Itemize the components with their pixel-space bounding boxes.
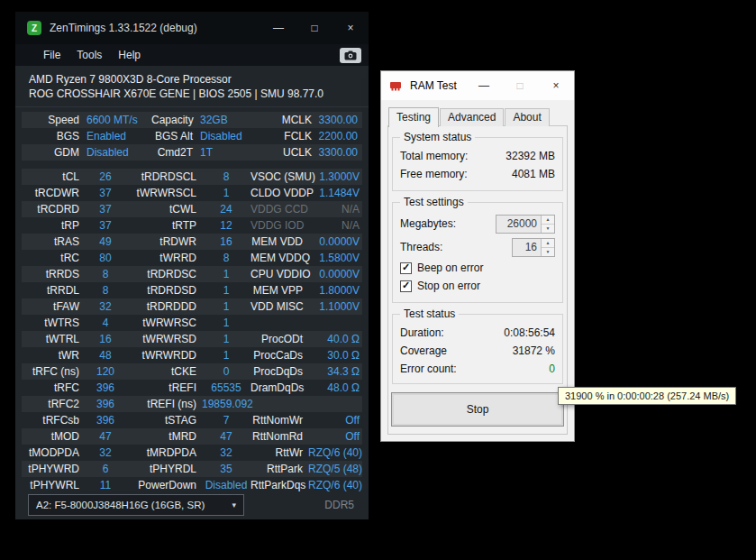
- timing-value: 0.0000V: [308, 266, 362, 282]
- timing-value: Off: [308, 428, 362, 445]
- megabytes-input[interactable]: 26000 ▲ ▼: [496, 215, 555, 234]
- minimize-button[interactable]: —: [260, 12, 296, 44]
- timing-value: 0: [202, 363, 250, 380]
- spin-up-icon[interactable]: ▲: [542, 216, 554, 224]
- timing-value: RZQ/6 (40): [308, 445, 362, 461]
- timing-value: 48.0 Ω: [308, 380, 362, 396]
- dimm-selector[interactable]: A2: F5-8000J3848H16G (16GB, SR) ▾: [28, 494, 244, 516]
- timing-value: 1.3000V: [308, 169, 362, 185]
- timing-value: RZQ/6 (40): [308, 477, 362, 493]
- tab-testing[interactable]: Testing: [388, 107, 439, 127]
- zentimings-content: Speed6600 MT/sCapacity32GBMCLK3300.00BGS…: [15, 112, 369, 493]
- timing-value: 1: [202, 282, 250, 298]
- timing-value: 396: [85, 380, 126, 396]
- config-value: Disabled: [85, 144, 151, 161]
- timing-value: 1.5800V: [308, 250, 362, 266]
- timing-label: MEM VPP: [250, 282, 308, 298]
- config-value: 1T: [198, 144, 281, 161]
- free-memory-value: 4081 MB: [512, 168, 555, 180]
- error-count-value: 0: [549, 363, 555, 375]
- check-mark-icon: ✓: [402, 280, 410, 290]
- minimize-button[interactable]: —: [466, 71, 502, 100]
- menu-file[interactable]: File: [35, 49, 68, 61]
- config-value: 3300.00: [317, 112, 360, 128]
- beep-on-error-checkbox[interactable]: ✓ Beep on error: [393, 259, 562, 277]
- stop-on-error-checkbox[interactable]: ✓ Stop on error: [393, 277, 562, 295]
- zentimings-window-controls: — □ ×: [260, 12, 369, 44]
- timing-label: tRFC: [22, 380, 85, 396]
- timing-label: DramDqDs: [250, 380, 308, 396]
- system-status-group: System status Total memory: 32392 MB Fre…: [392, 137, 563, 191]
- megabytes-row: Megabytes: 26000 ▲ ▼: [393, 212, 562, 235]
- timing-value: 1.8000V: [308, 282, 362, 298]
- menu-tools[interactable]: Tools: [68, 49, 110, 61]
- config-label: BGS Alt: [151, 128, 198, 144]
- config-value: Enabled: [85, 128, 151, 144]
- menu-help[interactable]: Help: [110, 49, 149, 61]
- threads-value: 16: [513, 239, 541, 256]
- timing-label: ProcDqDs: [250, 363, 308, 380]
- config-value: 6600 MT/s: [85, 112, 151, 128]
- close-button[interactable]: ×: [538, 71, 574, 100]
- megabytes-value: 26000: [496, 216, 541, 233]
- timing-value: 32: [202, 445, 250, 461]
- timing-value: 1: [202, 185, 250, 201]
- timing-label: tWTRL: [22, 331, 85, 347]
- timing-row: tRRDL8tRDRDSD1MEM VPP1.8000V: [22, 282, 362, 298]
- timing-label: MEM VDDQ: [250, 250, 308, 266]
- timing-row: tRFC396tREFI65535DramDqDs48.0 Ω: [22, 380, 362, 396]
- screenshot-button[interactable]: [340, 48, 361, 63]
- config-label: GDM: [22, 144, 85, 161]
- timings-grid: tCL26tRDRDSCL8VSOC (SMU)1.3000VtRCDWR37t…: [22, 169, 362, 493]
- timing-value: 16: [202, 234, 250, 250]
- threads-input[interactable]: 16 ▲ ▼: [512, 238, 555, 257]
- coverage-value: 31872 %: [513, 344, 555, 357]
- timing-value: 1: [202, 266, 250, 282]
- timing-value: 4: [85, 315, 126, 331]
- spin-down-icon[interactable]: ▼: [542, 247, 554, 256]
- timing-row: tRAS49tRDWR16MEM VDD0.0000V: [22, 234, 362, 250]
- timing-value: 1: [202, 298, 250, 315]
- timing-value: 1.1000V: [308, 298, 362, 315]
- timing-row: tRFC (ns)120tCKE0ProcDqDs34.3 Ω: [22, 363, 362, 380]
- coverage-label: Coverage: [400, 344, 447, 357]
- timing-label: RttParkDqs: [250, 477, 308, 493]
- timing-label: tWRWRDD: [126, 347, 202, 363]
- stop-button[interactable]: Stop: [391, 392, 564, 427]
- timing-label: VDD MISC: [250, 298, 308, 315]
- timing-value: 1: [202, 315, 250, 331]
- timing-label: tRRDL: [22, 282, 85, 298]
- ramtest-tabs: Testing Advanced About: [388, 106, 551, 126]
- timing-label: ProcODt: [250, 331, 308, 347]
- timing-label: CPU VDDIO: [250, 266, 308, 282]
- close-button[interactable]: ×: [332, 12, 369, 44]
- timing-label: tRFC2: [22, 396, 85, 412]
- duration-row: Duration: 0:08:56:54: [393, 324, 562, 342]
- config-row: GDMDisabledCmd2T1TUCLK3300.00: [22, 144, 362, 161]
- timing-label: tRDWR: [126, 234, 202, 250]
- threads-stepper: ▲ ▼: [541, 239, 554, 256]
- test-status-group: Test status Duration: 0:08:56:54 Coverag…: [392, 314, 563, 384]
- zentimings-window: Z ZenTimings 1.33.1522 (debug) — □ × Fil…: [14, 11, 369, 520]
- timing-value: 8: [85, 282, 126, 298]
- tab-advanced[interactable]: Advanced: [440, 108, 504, 126]
- timing-value: 12: [202, 217, 250, 234]
- tab-about[interactable]: About: [505, 108, 549, 126]
- spin-up-icon[interactable]: ▲: [542, 239, 554, 247]
- ramtest-titlebar[interactable]: RAM Test — □ ×: [381, 71, 574, 100]
- timing-label: tREFI: [126, 380, 202, 396]
- timing-value: 35: [202, 461, 250, 477]
- spin-down-icon[interactable]: ▼: [542, 224, 554, 233]
- beep-on-error-label: Beep on error: [417, 262, 483, 274]
- timing-value: 396: [85, 412, 126, 428]
- memory-type-label: DDR5: [324, 499, 354, 511]
- coverage-row: Coverage 31872 %: [393, 342, 562, 360]
- timing-value: 37: [85, 201, 126, 217]
- maximize-button[interactable]: □: [296, 12, 332, 44]
- config-value: 3300.00: [317, 144, 360, 161]
- timing-value: 11: [85, 477, 126, 493]
- zentimings-titlebar[interactable]: Z ZenTimings 1.33.1522 (debug) — □ ×: [15, 12, 369, 44]
- timing-value: 47: [85, 428, 126, 445]
- timing-label: tFAW: [22, 298, 85, 315]
- timing-label: tREFI (ns): [126, 396, 202, 412]
